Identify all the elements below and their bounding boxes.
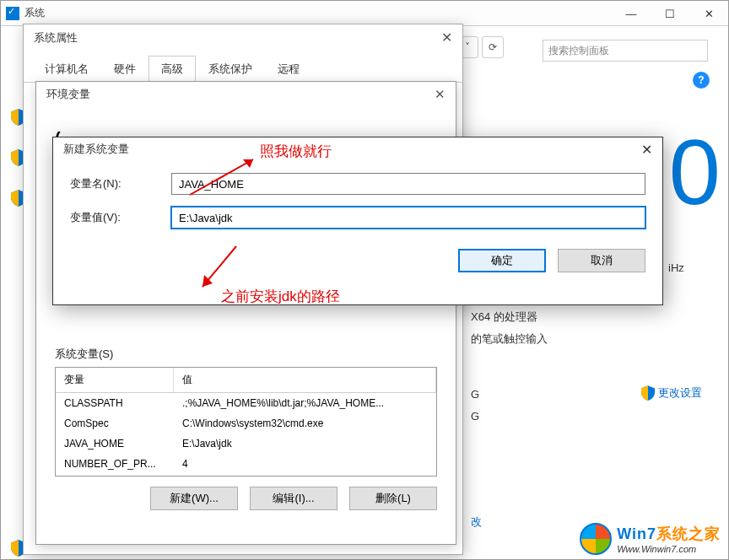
edit-button[interactable]: 编辑(I)... [250, 487, 338, 510]
table-row[interactable]: CLASSPATH.;%JAVA_HOME%\lib\dt.jar;%JAVA_… [56, 393, 436, 413]
label-g2: G [471, 410, 479, 423]
watermark: Win7系统之家 Www.Winwin7.com [580, 523, 721, 555]
system-properties-titlebar: 系统属性 ✕ [24, 24, 462, 51]
table-row[interactable]: OSWindows NT [56, 474, 436, 477]
label-g1: G [471, 388, 479, 401]
label-pen-touch: 的笔或触控输入 [471, 331, 548, 347]
label-ghz: iHz [668, 261, 684, 274]
tab-computer-name[interactable]: 计算机名 [32, 56, 101, 83]
annotation-arrow-icon [186, 154, 262, 197]
new-button[interactable]: 新建(W)... [150, 487, 238, 510]
table-row[interactable]: ComSpecC:\Windows\system32\cmd.exe [56, 413, 436, 433]
col-value[interactable]: 值 [174, 368, 436, 392]
col-variable[interactable]: 变量 [56, 368, 174, 392]
variable-value-label: 变量值(V): [70, 210, 171, 225]
variable-value-input[interactable] [171, 207, 645, 229]
annotation-top: 照我做就行 [260, 142, 332, 161]
tab-remote[interactable]: 远程 [265, 56, 312, 83]
sysprops-tabs: 计算机名 硬件 高级 系统保护 远程 [24, 55, 462, 83]
maximize-button[interactable]: ☐ [651, 1, 689, 26]
label-processor: X64 的处理器 [471, 310, 537, 325]
svg-line-0 [190, 159, 253, 195]
watermark-url: Www.Winwin7.com [617, 544, 721, 554]
system-properties-title: 系统属性 [34, 30, 78, 46]
aux-link[interactable]: 改 [471, 514, 482, 530]
system-icon [6, 7, 19, 20]
close-icon[interactable]: ✕ [641, 142, 652, 158]
watermark-logo-icon [580, 523, 612, 555]
system-title: 系统 [24, 6, 45, 20]
annotation-arrow-icon [194, 243, 245, 292]
table-row[interactable]: NUMBER_OF_PR...4 [56, 454, 436, 474]
tab-system-protection[interactable]: 系统保护 [196, 56, 265, 83]
search-placeholder: 搜索控制面板 [548, 44, 609, 58]
tab-advanced[interactable]: 高级 [148, 56, 196, 83]
ok-button[interactable]: 确定 [458, 249, 546, 272]
annotation-bottom: 之前安装jdk的路径 [221, 287, 340, 306]
close-icon[interactable]: ✕ [441, 30, 452, 46]
envvar-titlebar: 环境变量 ✕ [36, 82, 456, 107]
tab-hardware[interactable]: 硬件 [101, 56, 148, 83]
help-icon[interactable]: ? [693, 72, 710, 89]
system-vars-buttons: 新建(W)... 编辑(I)... 删除(L) [36, 487, 437, 510]
shield-icon [641, 385, 655, 401]
refresh-button[interactable]: ⟳ [482, 36, 504, 58]
newvar-title: 新建系统变量 [63, 142, 129, 157]
envvar-title: 环境变量 [46, 87, 90, 102]
table-row[interactable]: JAVA_HOMEE:\Java\jdk [56, 433, 436, 454]
variable-name-label: 变量名(N): [70, 176, 171, 191]
system-vars-label: 系统变量(S) [55, 347, 456, 362]
search-input[interactable]: 搜索控制面板 [543, 40, 708, 62]
minimize-button[interactable]: — [612, 1, 651, 26]
close-button[interactable]: ✕ [689, 1, 728, 26]
cancel-button[interactable]: 取消 [558, 249, 645, 272]
table-header: 变量 值 [56, 368, 436, 393]
system-vars-table: 变量 值 CLASSPATH.;%JAVA_HOME%\lib\dt.jar;%… [55, 367, 437, 477]
windows-version-digit: 0 [669, 118, 721, 225]
system-titlebar: 系统 — ☐ ✕ [1, 1, 728, 26]
newvar-titlebar: 新建系统变量 ✕ [53, 137, 662, 161]
close-icon[interactable]: ✕ [435, 87, 446, 102]
watermark-title: Win7系统之家 [617, 524, 721, 544]
new-system-variable-dialog: 新建系统变量 ✕ 变量名(N): 变量值(V): 确定 取消 [52, 137, 663, 305]
delete-button[interactable]: 删除(L) [349, 487, 437, 510]
change-settings-link[interactable]: 更改设置 [641, 385, 702, 401]
